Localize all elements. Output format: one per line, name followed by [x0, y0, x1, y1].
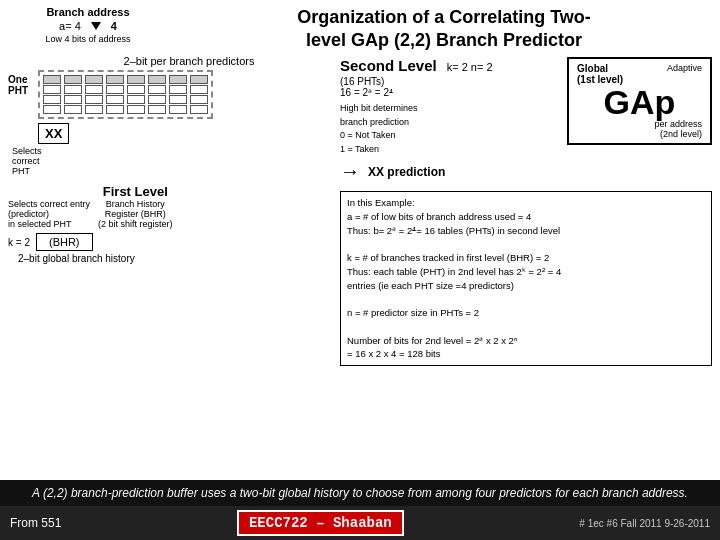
pht-cell — [85, 95, 103, 104]
first-level-title: First Level — [98, 184, 173, 199]
pht-cell — [169, 75, 187, 84]
footer-from: From 551 — [10, 516, 61, 530]
example-line5: Thus: each table (PHT) in 2nd level has … — [347, 265, 705, 279]
high-bit-info: High bit determines branch prediction 0 … — [340, 102, 559, 156]
arrow-down-icon — [91, 22, 101, 30]
global-box: Global(1st level) Adaptive GAp per addre… — [567, 57, 712, 145]
pht-cell — [43, 95, 61, 104]
gap-text: GAp — [577, 85, 702, 119]
pht-cell — [169, 85, 187, 94]
title-block: Organization of a Correlating Two- level… — [176, 6, 712, 51]
mid-section: 2–bit per branch predictors OnePHT — [0, 55, 720, 480]
pht-col-8 — [190, 75, 208, 114]
per-address-label: per address(2nd level) — [577, 119, 702, 139]
pht-cell — [85, 75, 103, 84]
pht-col-4 — [106, 75, 124, 114]
low4-label: Low 4 bits of address — [8, 34, 168, 44]
right-panel: Second Level k= 2 n= 2 (16 PHTs) 16 = 2ᵃ… — [340, 55, 720, 480]
bottom-banner-text: A (2,2) branch-prediction buffer uses a … — [32, 486, 688, 500]
k2-row-label: k = 2 — [8, 237, 30, 248]
selects-correct-pht-label: SelectscorrectPHT — [12, 146, 340, 176]
pht-cell — [190, 105, 208, 114]
pht-cell — [43, 75, 61, 84]
pht-cell — [190, 95, 208, 104]
pht-cell — [127, 75, 145, 84]
xx-prediction-label: XX prediction — [368, 165, 445, 179]
pht-cell — [127, 95, 145, 104]
page-title: Organization of a Correlating Two- level… — [176, 6, 712, 51]
first-level-sub: Branch HistoryRegister (BHR)(2 bit shift… — [98, 199, 173, 229]
a-eq-label: a= 4 — [59, 20, 81, 32]
arrow-val-label: 4 — [111, 20, 117, 32]
kn-row: k= 2 n= 2 — [447, 61, 493, 73]
pht-cell — [148, 75, 166, 84]
xx-box: XX — [38, 123, 69, 144]
pht-cell — [106, 95, 124, 104]
pht-cell — [169, 95, 187, 104]
second-level-header: Second Level — [340, 57, 437, 74]
branch-arrow-row: a= 4 4 — [8, 20, 168, 32]
branch-address-title: Branch address — [8, 6, 168, 18]
example-box: In this Example: a = # of low bits of br… — [340, 191, 712, 366]
main-container: Branch address a= 4 4 Low 4 bits of addr… — [0, 0, 720, 540]
bottom-banner: A (2,2) branch-prediction buffer uses a … — [0, 480, 720, 506]
adaptive-label: Adaptive — [667, 63, 702, 73]
example-line8: Number of bits for 2nd level = 2ᵃ x 2 x … — [347, 334, 705, 348]
one-pht-label: OnePHT — [8, 74, 38, 96]
example-line9: = 16 x 2 x 4 = 128 bits — [347, 347, 705, 361]
pht-cell — [43, 85, 61, 94]
example-line2: a = # of low bits of branch address used… — [347, 210, 705, 224]
global-history-label: 2–bit global branch history — [18, 253, 340, 264]
arrow-right-icon: → — [340, 160, 360, 183]
example-line4: k = # of branches tracked in first level… — [347, 251, 705, 265]
pht-cell — [169, 105, 187, 114]
pht-col-3 — [85, 75, 103, 114]
pht-cell — [148, 85, 166, 94]
pht-cell — [64, 75, 82, 84]
pht-cell — [85, 85, 103, 94]
pht-cell — [190, 85, 208, 94]
bhr-box: (BHR) — [36, 233, 93, 251]
selects-entry-label: Selects correct entry(predictor)in selec… — [8, 199, 90, 229]
predictor-header: 2–bit per branch predictors — [38, 55, 340, 67]
pht-cell — [106, 85, 124, 94]
pht-cell — [64, 95, 82, 104]
pht-col-6 — [148, 75, 166, 114]
footer-badge: EECC722 – Shaaban — [237, 510, 404, 536]
left-panel: 2–bit per branch predictors OnePHT — [0, 55, 340, 480]
pht-cell — [106, 75, 124, 84]
phts-info: (16 PHTs) 16 = 2ᵃ = 2⁴ — [340, 76, 559, 98]
pht-cell — [190, 75, 208, 84]
pht-cell — [64, 105, 82, 114]
phts-columns — [38, 70, 213, 119]
first-level-block: First Level Branch HistoryRegister (BHR)… — [98, 184, 173, 229]
branch-address-box: Branch address a= 4 4 Low 4 bits of addr… — [8, 6, 168, 51]
pht-cell — [43, 105, 61, 114]
example-line3: Thus: b= 2ᵃ = 2⁴= 16 tables (PHTs) in se… — [347, 224, 705, 238]
pht-col-5 — [127, 75, 145, 114]
pht-cell — [64, 85, 82, 94]
footer-bar: From 551 EECC722 – Shaaban # 1ec #6 Fall… — [0, 506, 720, 540]
pht-cell — [148, 105, 166, 114]
pht-cell — [148, 95, 166, 104]
pht-cell — [127, 85, 145, 94]
global-box-title: Global(1st level) — [577, 63, 623, 85]
footer-right: # 1ec #6 Fall 2011 9-26-2011 — [579, 518, 710, 529]
example-line7: n = # predictor size in PHTs = 2 — [347, 306, 705, 320]
example-line6: entries (ie each PHT size =4 predictors) — [347, 279, 705, 293]
pht-col-7 — [169, 75, 187, 114]
pht-cell — [127, 105, 145, 114]
pht-cell — [85, 105, 103, 114]
example-line1: In this Example: — [347, 196, 705, 210]
pht-cell — [106, 105, 124, 114]
top-section: Branch address a= 4 4 Low 4 bits of addr… — [0, 0, 720, 55]
pht-col-2 — [64, 75, 82, 114]
pht-col-1 — [43, 75, 61, 114]
